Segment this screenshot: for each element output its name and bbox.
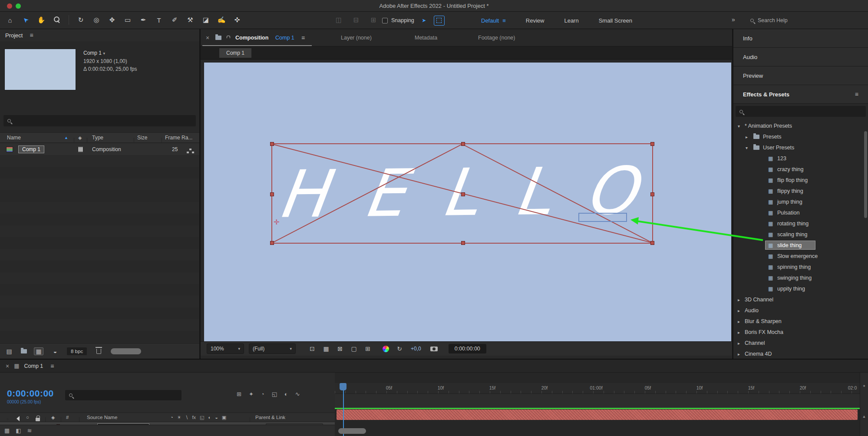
effects-tree-item[interactable]: ▦Pulsation — [733, 207, 868, 218]
roto-brush-tool-icon[interactable]: ✍ — [215, 14, 228, 26]
help-search[interactable] — [748, 15, 856, 26]
pen-tool-icon[interactable]: ✒ — [137, 14, 150, 26]
3d-icon[interactable]: ▣ — [222, 415, 226, 420]
channel-wheel-icon[interactable] — [383, 346, 389, 352]
time-ruler[interactable]: 00f05f10f15f20f01:00f05f10f15f20f02:0 — [335, 383, 860, 394]
selection-tool-icon[interactable]: ➤ — [17, 11, 34, 29]
rotate-tool-icon[interactable]: ↻ — [74, 14, 87, 26]
help-search-input[interactable] — [758, 17, 836, 23]
exposure-value[interactable]: +0,0 — [411, 346, 421, 352]
selection-handle[interactable] — [650, 192, 654, 196]
zoom-tool-icon[interactable] — [50, 14, 63, 26]
workspace-tab-default[interactable]: Default≡ — [481, 17, 506, 24]
selection-handle[interactable] — [270, 142, 274, 146]
workspace-tab-learn[interactable]: Learn — [564, 17, 578, 24]
close-window-button[interactable] — [7, 3, 12, 9]
effects-tree-item[interactable]: ▾User Presets — [733, 142, 868, 153]
chevron-down-icon[interactable]: ▾ — [103, 51, 105, 56]
grid-icon[interactable]: ▦ — [320, 344, 332, 354]
effects-tree-item[interactable]: ▦123 — [733, 153, 868, 164]
panel-preview[interactable]: Preview — [733, 66, 868, 85]
camera-tool-icon[interactable]: ◎ — [90, 14, 103, 26]
snap-to-edges-icon[interactable]: ➤ — [419, 16, 429, 26]
parent-link-column[interactable]: Parent & Link — [255, 415, 285, 420]
adjustment-icon[interactable]: ◒ — [215, 415, 218, 420]
comp-subtab[interactable]: Comp 1 — [219, 48, 251, 58]
project-row[interactable]: Comp 1 Composition 25 — [0, 143, 199, 155]
selection-handle[interactable] — [650, 241, 654, 245]
disclosure-icon[interactable]: ▸ — [738, 319, 740, 324]
project-panel-header[interactable]: Project ≡ — [0, 29, 199, 41]
pan-behind-tool-icon[interactable]: ✥ — [106, 14, 119, 26]
clone-stamp-tool-icon[interactable]: ⚒ — [184, 14, 197, 26]
selection-handle[interactable] — [650, 142, 654, 146]
motion-blur-icon[interactable]: ◐ — [284, 391, 288, 397]
zoom-widget-icon[interactable]: ▲ — [862, 414, 866, 419]
shy-icon[interactable]: ◔ — [170, 415, 173, 420]
home-icon[interactable]: ⌂ — [3, 14, 17, 26]
mask-icon[interactable]: ⊠ — [334, 344, 346, 354]
zoom-dropdown[interactable]: 100%▾ — [207, 344, 244, 354]
composition-name-link[interactable]: Comp 1 — [275, 35, 294, 41]
effects-tree-item[interactable]: ▸Channel — [733, 337, 868, 348]
tab-layer[interactable]: Layer (none) — [341, 35, 372, 41]
solo-icon[interactable]: ○ — [26, 415, 29, 420]
disclosure-icon[interactable]: ▾ — [746, 145, 748, 150]
close-icon[interactable]: × — [206, 34, 209, 41]
project-table-header[interactable]: Name ▲ ◈ Type Size Frame Ra... — [0, 132, 199, 143]
timeline-tab[interactable]: Comp 1 — [24, 363, 43, 369]
effects-tree-item[interactable]: ▸Audio — [733, 305, 868, 316]
interpret-footage-icon[interactable]: ▤ — [4, 348, 14, 355]
effects-tree-item[interactable]: ▦flippy thing — [733, 185, 868, 196]
effects-tree-item[interactable]: ▦swinging thing — [733, 272, 868, 283]
effects-tree-item[interactable]: ▦slide thing — [733, 240, 868, 251]
selection-handle[interactable] — [270, 241, 274, 245]
disclosure-icon[interactable]: ▸ — [738, 330, 740, 334]
roi-icon[interactable]: ▢ — [348, 344, 360, 354]
label-column-icon[interactable]: ◈ — [78, 135, 82, 141]
effects-presets-panel-header[interactable]: Effects & Presets ≡ — [733, 85, 868, 104]
tab-composition[interactable]: Composition — [235, 35, 268, 41]
in-out-stretch-icon[interactable]: ≋ — [27, 427, 32, 434]
viewer-timecode[interactable]: 0:00:00:00 — [449, 344, 486, 353]
puppet-pin-tool-icon[interactable]: ✜ — [231, 14, 244, 26]
workspace-menu-icon[interactable]: ≡ — [502, 17, 506, 24]
type-tool-icon[interactable]: T — [152, 14, 165, 26]
effects-tree-item[interactable]: ▸Boris FX Mocha — [733, 327, 868, 337]
effects-tree-item[interactable]: ▸3D Channel — [733, 294, 868, 305]
eraser-tool-icon[interactable]: ◪ — [199, 14, 212, 26]
transfer-controls-icon[interactable]: ◧ — [16, 427, 21, 434]
selection-handle[interactable] — [461, 142, 465, 146]
panel-menu-icon[interactable]: ≡ — [301, 34, 305, 41]
expand-layers-icon[interactable]: ▦ — [4, 427, 10, 434]
column-size[interactable]: Size — [137, 135, 147, 141]
panel-audio[interactable]: Audio — [733, 48, 868, 66]
timeline-track-area[interactable]: 00f05f10f15f20f01:00f05f10f15f20f02:0 — [335, 373, 860, 436]
effects-search[interactable] — [736, 106, 866, 117]
shape-tool-icon[interactable]: ▭ — [121, 14, 134, 26]
effects-tree-item[interactable]: ▦flip flop thing — [733, 175, 868, 185]
panel-menu-icon[interactable]: ≡ — [30, 32, 33, 39]
delete-icon[interactable] — [96, 349, 101, 354]
effects-tree-item[interactable]: ▸Presets — [733, 131, 868, 142]
effects-tree-item[interactable]: ▦rotating thing — [733, 218, 868, 229]
workspace-tab-review[interactable]: Review — [526, 17, 545, 24]
column-name[interactable]: Name — [7, 135, 21, 141]
tab-footage[interactable]: Footage (none) — [478, 35, 515, 41]
brush-tool-icon[interactable]: ✐ — [168, 14, 181, 26]
selection-handle[interactable] — [270, 192, 274, 196]
effects-tree-item[interactable]: ▦crazy thing — [733, 164, 868, 175]
resolution-dropdown[interactable]: (Full)▾ — [249, 344, 296, 354]
selection-handle[interactable] — [461, 241, 465, 245]
source-name-column[interactable]: Source Name — [87, 415, 117, 420]
comp-marker-icon[interactable]: ✦ — [862, 384, 866, 388]
transparency-icon[interactable]: ⊞ — [362, 344, 373, 354]
horizontal-scrollbar[interactable] — [111, 348, 141, 354]
column-frame-rate[interactable]: Frame Ra... — [165, 135, 192, 141]
lock-icon[interactable] — [36, 418, 40, 421]
disclosure-icon[interactable]: ▸ — [738, 351, 740, 356]
effects-tree-item[interactable]: ▦jump thing — [733, 196, 868, 207]
disclosure-icon[interactable]: ▸ — [746, 134, 748, 139]
flowchart-icon[interactable] — [189, 149, 191, 150]
vertical-scrollbar[interactable] — [864, 131, 867, 218]
